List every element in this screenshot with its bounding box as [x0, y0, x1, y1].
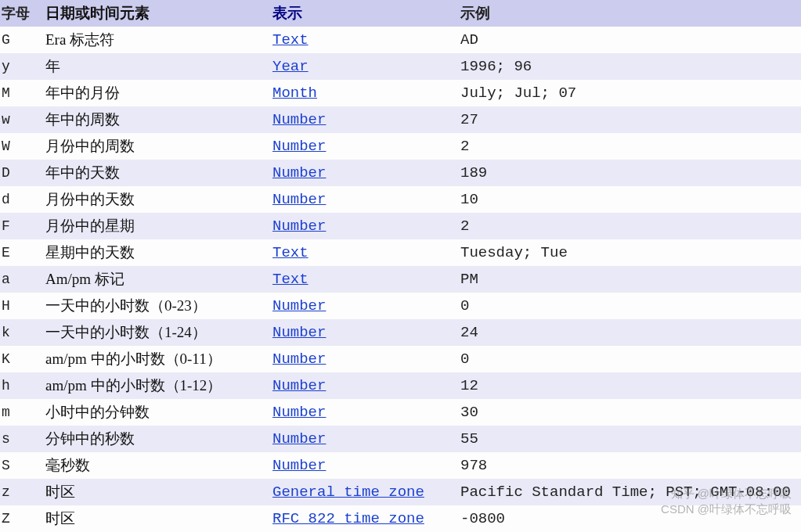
cell-desc: 星期中的天数 — [44, 239, 271, 266]
cell-present: Number — [271, 160, 459, 186]
cell-example: July; Jul; 07 — [459, 80, 801, 106]
cell-present: Number — [271, 106, 459, 133]
present-link[interactable]: Number — [272, 111, 326, 128]
cell-present: Text — [271, 266, 459, 293]
cell-letter: E — [0, 239, 44, 266]
cell-letter: k — [0, 319, 44, 346]
present-link[interactable]: RFC 822 time zone — [272, 510, 424, 527]
table-row: W月份中的周数Number2 — [0, 133, 801, 160]
table-row: E星期中的天数TextTuesday; Tue — [0, 239, 801, 266]
table-row: M年中的月份MonthJuly; Jul; 07 — [0, 80, 801, 106]
cell-letter: Z — [0, 505, 44, 532]
cell-example: 12 — [459, 372, 801, 399]
table-row: m小时中的分钟数Number30 — [0, 399, 801, 426]
cell-example: Pacific Standard Time; PST; GMT-08:00 — [459, 479, 801, 505]
cell-present: Number — [271, 346, 459, 372]
cell-desc: 年中的周数 — [44, 106, 271, 133]
cell-example: 2 — [459, 133, 801, 160]
present-link[interactable]: Number — [272, 138, 326, 155]
cell-desc: 年 — [44, 53, 271, 80]
header-present: 表示 — [271, 0, 459, 27]
cell-example: 189 — [459, 160, 801, 186]
cell-present: Number — [271, 213, 459, 239]
cell-desc: 时区 — [44, 505, 271, 532]
cell-present: Number — [271, 319, 459, 346]
present-link[interactable]: Number — [272, 350, 326, 368]
present-link[interactable]: Number — [272, 324, 326, 341]
present-link[interactable]: Text — [272, 271, 308, 288]
cell-present: Text — [271, 27, 459, 53]
cell-present: General time zone — [271, 479, 459, 505]
present-link[interactable]: Number — [272, 297, 326, 315]
cell-example: Tuesday; Tue — [459, 239, 801, 266]
table-row: Z时区RFC 822 time zone-0800 — [0, 505, 801, 532]
cell-desc: Era 标志符 — [44, 27, 271, 53]
cell-letter: S — [0, 452, 44, 479]
table-row: w年中的周数Number27 — [0, 106, 801, 133]
cell-letter: K — [0, 346, 44, 372]
header-letter: 字母 — [0, 0, 44, 27]
cell-example: 10 — [459, 186, 801, 213]
cell-present: Number — [271, 186, 459, 213]
present-link[interactable]: Number — [272, 457, 326, 474]
cell-desc: 分钟中的秒数 — [44, 426, 271, 452]
header-example: 示例 — [459, 0, 801, 27]
cell-letter: h — [0, 372, 44, 399]
cell-desc: 一天中的小时数（1-24） — [44, 319, 271, 346]
cell-desc: am/pm 中的小时数（1-12） — [44, 372, 271, 399]
cell-desc: am/pm 中的小时数（0-11） — [44, 346, 271, 372]
cell-example: 27 — [459, 106, 801, 133]
present-link[interactable]: Month — [272, 84, 317, 102]
cell-example: 1996; 96 — [459, 53, 801, 80]
cell-letter: y — [0, 53, 44, 80]
cell-letter: z — [0, 479, 44, 505]
cell-desc: Am/pm 标记 — [44, 266, 271, 293]
cell-desc: 月份中的星期 — [44, 213, 271, 239]
table-row: k一天中的小时数（1-24）Number24 — [0, 319, 801, 346]
table-row: Kam/pm 中的小时数（0-11）Number0 — [0, 346, 801, 372]
cell-desc: 时区 — [44, 479, 271, 505]
cell-example: 2 — [459, 213, 801, 239]
table-row: D年中的天数Number189 — [0, 160, 801, 186]
present-link[interactable]: Number — [272, 217, 326, 235]
present-link[interactable]: Year — [272, 58, 308, 75]
cell-letter: m — [0, 399, 44, 426]
cell-present: Number — [271, 452, 459, 479]
cell-letter: W — [0, 133, 44, 160]
present-link[interactable]: Number — [272, 430, 326, 448]
table-row: s分钟中的秒数Number55 — [0, 426, 801, 452]
cell-present: Month — [271, 80, 459, 106]
present-link[interactable]: Number — [272, 404, 326, 421]
present-link[interactable]: Text — [272, 31, 308, 49]
cell-present: RFC 822 time zone — [271, 505, 459, 532]
table-row: y年Year1996; 96 — [0, 53, 801, 80]
cell-example: 30 — [459, 399, 801, 426]
header-desc: 日期或时间元素 — [44, 0, 271, 27]
table-row: z时区General time zonePacific Standard Tim… — [0, 479, 801, 505]
cell-letter: s — [0, 426, 44, 452]
present-link[interactable]: Number — [272, 164, 326, 182]
cell-letter: F — [0, 213, 44, 239]
cell-desc: 月份中的周数 — [44, 133, 271, 160]
cell-present: Number — [271, 133, 459, 160]
present-link[interactable]: General time zone — [272, 483, 424, 501]
table-row: S毫秒数Number978 — [0, 452, 801, 479]
cell-example: 24 — [459, 319, 801, 346]
table-row: H一天中的小时数（0-23）Number0 — [0, 293, 801, 319]
cell-present: Number — [271, 399, 459, 426]
present-link[interactable]: Number — [272, 377, 326, 394]
cell-example: 0 — [459, 346, 801, 372]
table-row: d月份中的天数Number10 — [0, 186, 801, 213]
present-link[interactable]: Text — [272, 244, 308, 261]
table-row: aAm/pm 标记TextPM — [0, 266, 801, 293]
date-format-table: 字母 日期或时间元素 表示 示例 GEra 标志符TextADy年Year199… — [0, 0, 801, 532]
cell-present: Text — [271, 239, 459, 266]
cell-desc: 毫秒数 — [44, 452, 271, 479]
present-link[interactable]: Number — [272, 191, 326, 208]
cell-present: Number — [271, 293, 459, 319]
cell-letter: w — [0, 106, 44, 133]
cell-desc: 一天中的小时数（0-23） — [44, 293, 271, 319]
cell-letter: G — [0, 27, 44, 53]
cell-example: 55 — [459, 426, 801, 452]
table-row: GEra 标志符TextAD — [0, 27, 801, 53]
